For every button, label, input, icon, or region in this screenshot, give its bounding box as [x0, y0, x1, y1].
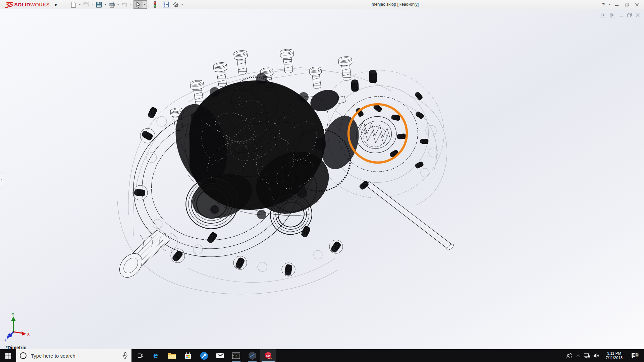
- tray-date: 7/11/2018: [601, 356, 627, 360]
- show-desktop-divider[interactable]: [642, 349, 642, 362]
- task-view-button[interactable]: [131, 349, 148, 362]
- solidworks-2017-icon: SW 2017: [264, 351, 273, 360]
- taskbar-command-prompt-button[interactable]: C:\_: [228, 349, 244, 362]
- svg-text:X: X: [27, 332, 30, 336]
- taskbar-hex-tool-button[interactable]: [244, 349, 260, 362]
- system-tray: 3:11 PM 7/11/2018 3: [564, 349, 644, 362]
- undo-dropdown[interactable]: [129, 0, 133, 9]
- solidworks-3ds-glyph: ƷS: [5, 0, 13, 9]
- microphone-icon[interactable]: [123, 352, 128, 360]
- dock-pane-right-button[interactable]: [610, 12, 615, 18]
- notification-count-badge: 3: [634, 352, 639, 357]
- document-window-controls: [601, 12, 640, 18]
- minimize-button[interactable]: [612, 0, 622, 9]
- svg-text:C:\_: C:\_: [233, 354, 238, 357]
- close-button[interactable]: [632, 0, 642, 9]
- mail-icon: [216, 353, 224, 359]
- restore-button[interactable]: [622, 0, 632, 9]
- new-document-dropdown[interactable]: [78, 0, 82, 9]
- windows-taskbar: Type here to search e: [0, 349, 644, 362]
- task-view-icon: [137, 353, 143, 359]
- taskbar-solidworks-button[interactable]: SW 2017: [260, 349, 276, 362]
- brand-text-solid: SOLID: [14, 2, 30, 7]
- undo-icon: [121, 1, 128, 8]
- graphics-viewport[interactable]: Y X Z: [0, 9, 644, 349]
- store-icon: [184, 352, 192, 360]
- taskbar-edge-button[interactable]: e: [148, 349, 164, 362]
- help-dropdown[interactable]: [608, 0, 612, 9]
- taskbar-store-button[interactable]: [180, 349, 196, 362]
- action-center-button[interactable]: 3: [627, 353, 641, 359]
- search-placeholder-text: Type here to search: [31, 353, 75, 359]
- svg-text:Y: Y: [12, 312, 14, 316]
- display-pane-options-icon: [163, 1, 169, 8]
- close-icon: [635, 3, 639, 7]
- taskbar-settings-tool-button[interactable]: [196, 349, 212, 362]
- minimize-icon: [615, 3, 619, 7]
- options-dropdown[interactable]: [180, 0, 184, 9]
- print-button[interactable]: [107, 0, 116, 9]
- select-tool-button[interactable]: [134, 0, 143, 9]
- brand-text-works: WORKS: [30, 2, 50, 7]
- taskbar-file-explorer-button[interactable]: [164, 349, 180, 362]
- taskbar-search-input[interactable]: Type here to search: [16, 349, 131, 362]
- app-titlebar: ƷS SOLID WORKS: [0, 0, 644, 9]
- open-folder-icon: [83, 1, 90, 8]
- help-button[interactable]: ?: [599, 0, 608, 9]
- print-dropdown[interactable]: [116, 0, 120, 9]
- open-document-button[interactable]: [82, 0, 91, 9]
- undo-button[interactable]: [120, 0, 129, 9]
- window-controls: ?: [599, 0, 642, 9]
- svg-text:SW: SW: [266, 354, 271, 357]
- toolbar-separator: [149, 1, 149, 8]
- windows-logo-icon: [5, 353, 11, 359]
- options-button[interactable]: [171, 0, 180, 9]
- document-title: menjac sklop [Read-only]: [372, 0, 419, 9]
- display-options-button[interactable]: [161, 0, 170, 9]
- dock-pane-left-button[interactable]: [601, 12, 606, 18]
- taskbar-mail-button[interactable]: [212, 349, 228, 362]
- 3d-model-canvas[interactable]: Y X Z: [0, 9, 644, 349]
- tray-time: 3:11 PM: [601, 351, 627, 356]
- svg-text:Z: Z: [4, 339, 7, 343]
- volume-icon[interactable]: [591, 349, 601, 362]
- edge-icon: e: [151, 351, 160, 360]
- svg-text:2017: 2017: [268, 358, 272, 360]
- print-icon: [108, 1, 115, 8]
- save-button[interactable]: [95, 0, 103, 9]
- people-icon[interactable]: [564, 349, 574, 362]
- new-document-button[interactable]: [69, 0, 78, 9]
- restore-icon: [625, 3, 629, 7]
- doc-minimize-button[interactable]: [619, 13, 624, 17]
- cortana-icon: [20, 352, 26, 359]
- select-tool-group: [133, 0, 147, 9]
- doc-restore-button[interactable]: [627, 13, 632, 17]
- start-button[interactable]: [0, 349, 16, 362]
- rebuild-traffic-light-icon: [153, 1, 157, 8]
- select-tool-dropdown[interactable]: [143, 1, 147, 8]
- orientation-triad: Y X Z: [4, 312, 30, 343]
- input-shaft: [115, 230, 177, 282]
- save-dropdown[interactable]: [103, 0, 107, 9]
- toolbar-flyout-arrow[interactable]: [53, 0, 60, 9]
- wrench-circle-icon: [200, 352, 208, 360]
- view-orientation-label: *Dimetric: [6, 345, 26, 349]
- output-shaft: [359, 180, 454, 251]
- file-explorer-icon: [168, 352, 176, 359]
- select-cursor-icon: [135, 1, 142, 8]
- network-icon[interactable]: [582, 349, 591, 362]
- command-prompt-icon: C:\_: [232, 352, 240, 359]
- tray-chevron-up-icon[interactable]: [574, 349, 582, 362]
- save-floppy-icon: [96, 1, 102, 8]
- taskbar-clock[interactable]: 3:11 PM 7/11/2018: [601, 351, 627, 360]
- doc-close-button[interactable]: [635, 13, 640, 17]
- main-toolbar: [69, 0, 184, 9]
- options-gear-icon: [172, 1, 179, 8]
- rebuild-button[interactable]: [151, 0, 159, 9]
- hex-tool-icon: [248, 351, 256, 360]
- solidworks-logo: ƷS SOLID WORKS: [5, 0, 50, 9]
- open-document-dropdown[interactable]: [91, 0, 95, 9]
- feature-manager-collapsed-tab[interactable]: [0, 173, 3, 187]
- new-document-icon: [70, 1, 77, 8]
- svg-text:e: e: [153, 351, 158, 360]
